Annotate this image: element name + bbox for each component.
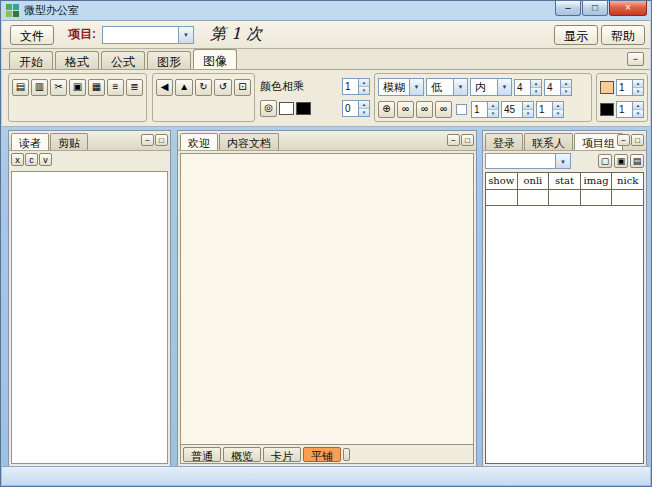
tab-image[interactable]: 图像 <box>193 49 237 69</box>
black-color-swatch-2[interactable] <box>600 103 614 116</box>
multiply-spinner-value[interactable]: 1 <box>343 79 358 94</box>
chevron-down-icon[interactable]: ▼ <box>555 154 570 168</box>
blur-dropdown[interactable]: 模糊 ▼ <box>378 78 424 96</box>
add-node-button[interactable]: ⊕ <box>378 101 395 118</box>
maximize-button[interactable]: □ <box>582 1 608 16</box>
tab-project-group[interactable]: 项目组 <box>574 133 623 150</box>
table-cell[interactable] <box>486 190 518 206</box>
angle-spinner-value[interactable]: 45 <box>502 102 522 117</box>
rotate-ccw-button[interactable]: ↺ <box>214 79 231 96</box>
titlebar[interactable]: 微型办公室 – □ × <box>1 1 651 20</box>
column-header-status[interactable]: stat <box>549 173 581 190</box>
spin-up-icon[interactable]: ▴ <box>553 102 563 110</box>
spin-up-icon[interactable]: ▴ <box>633 102 643 110</box>
peach-color-swatch[interactable] <box>600 81 614 94</box>
reader-list-area[interactable] <box>11 171 168 464</box>
view-tab-card[interactable]: 卡片 <box>263 447 301 462</box>
radius-spinner-value[interactable]: 4 <box>515 80 530 95</box>
bottom-opacity-spinner-value[interactable]: 1 <box>617 102 632 117</box>
tab-login[interactable]: 登录 <box>485 133 523 150</box>
column-header-nick[interactable]: nick <box>612 173 643 190</box>
tab-reader[interactable]: 读者 <box>11 133 49 150</box>
link-button-3[interactable]: ∞ <box>435 101 452 118</box>
collapse-ribbon-button[interactable]: − <box>627 52 644 66</box>
spin-down-icon[interactable]: ▾ <box>488 110 498 117</box>
tab-graphics[interactable]: 图形 <box>147 51 191 69</box>
table-cell[interactable] <box>612 190 643 206</box>
top-opacity-spinner[interactable]: 1 ▴ ▾ <box>616 79 644 96</box>
lines-tool-button[interactable]: ≡ <box>107 79 124 96</box>
minimize-button[interactable]: – <box>555 1 581 16</box>
copy-button[interactable]: ▣ <box>69 79 86 96</box>
panel-maximize-button[interactable]: □ <box>461 134 474 146</box>
offset-spinner[interactable]: 0 ▴ ▾ <box>342 100 370 117</box>
radius-spinner[interactable]: 4 ▴ ▾ <box>514 79 542 96</box>
spin-up-icon[interactable]: ▴ <box>359 79 369 87</box>
table-cell[interactable] <box>581 190 613 206</box>
show-button[interactable]: 显示 <box>554 25 598 45</box>
panel-minimize-button[interactable]: − <box>141 134 154 146</box>
view-tab-normal[interactable]: 普通 <box>183 447 221 462</box>
view-tab-overview[interactable]: 概览 <box>223 447 261 462</box>
cut-shortcut-button[interactable]: x <box>11 153 24 166</box>
chevron-down-icon[interactable]: ▼ <box>453 79 467 95</box>
project-combobox[interactable]: ▼ <box>102 26 194 44</box>
spin-up-icon[interactable]: ▴ <box>359 101 369 109</box>
table-row[interactable] <box>486 190 643 206</box>
black-color-swatch[interactable] <box>296 102 311 115</box>
level-dropdown[interactable]: 低 ▼ <box>426 78 468 96</box>
chevron-down-icon[interactable]: ▼ <box>178 27 193 43</box>
view-tab-tile[interactable]: 平铺 <box>303 447 341 462</box>
new-entry-button[interactable]: ▢ <box>598 154 612 168</box>
spin-down-icon[interactable]: ▾ <box>523 110 533 117</box>
multiply-spinner[interactable]: 1 ▴ ▾ <box>342 78 370 95</box>
save-image-button[interactable]: ▥ <box>31 79 48 96</box>
table-cell[interactable] <box>549 190 581 206</box>
spin-up-icon[interactable]: ▴ <box>488 102 498 110</box>
help-button[interactable]: 帮助 <box>601 25 645 45</box>
column-header-show[interactable]: show <box>486 173 518 190</box>
tab-start[interactable]: 开始 <box>9 51 53 69</box>
panel-minimize-button[interactable]: − <box>447 134 460 146</box>
offset-spinner-value[interactable]: 0 <box>343 101 358 116</box>
copy-shortcut-button[interactable]: c <box>25 153 38 166</box>
flip-horizontal-button[interactable]: ◀ <box>156 79 173 96</box>
flip-vertical-button[interactable]: ▲ <box>175 79 192 96</box>
spin-down-icon[interactable]: ▾ <box>531 88 541 95</box>
crop-button[interactable]: ⊡ <box>234 79 251 96</box>
tab-format[interactable]: 格式 <box>55 51 99 69</box>
paste-shortcut-button[interactable]: v <box>39 153 52 166</box>
link-button-2[interactable]: ∞ <box>416 101 433 118</box>
chevron-down-icon[interactable]: ▼ <box>409 79 423 95</box>
spin-up-icon[interactable]: ▴ <box>523 102 533 110</box>
spin-down-icon[interactable]: ▾ <box>553 110 563 117</box>
column-header-image[interactable]: imag <box>581 173 613 190</box>
file-button[interactable]: 文件 <box>10 25 54 45</box>
tab-content-document[interactable]: 内容文档 <box>219 133 279 150</box>
tab-formula[interactable]: 公式 <box>101 51 145 69</box>
tab-welcome[interactable]: 欢迎 <box>180 133 218 150</box>
paste-button[interactable]: ▦ <box>88 79 105 96</box>
spin-down-icon[interactable]: ▾ <box>633 88 643 95</box>
list-entry-button[interactable]: ▤ <box>630 154 644 168</box>
spin-down-icon[interactable]: ▾ <box>359 109 369 116</box>
bottom-opacity-spinner[interactable]: 1 ▴ ▾ <box>616 101 644 118</box>
chevron-down-icon[interactable]: ▼ <box>497 79 511 95</box>
strength-spinner[interactable]: 1 ▴ ▾ <box>471 101 499 118</box>
spin-up-icon[interactable]: ▴ <box>531 80 541 88</box>
tab-contacts[interactable]: 联系人 <box>524 133 573 150</box>
white-color-swatch[interactable] <box>279 102 294 115</box>
column-header-online[interactable]: onli <box>518 173 550 190</box>
link-button-1[interactable]: ∞ <box>397 101 414 118</box>
strength-spinner-value[interactable]: 1 <box>472 102 487 117</box>
rotate-cw-button[interactable]: ↻ <box>195 79 212 96</box>
cut-button[interactable]: ✂ <box>50 79 67 96</box>
spin-down-icon[interactable]: ▾ <box>633 110 643 117</box>
member-combobox[interactable]: ▼ <box>485 153 571 169</box>
panel-maximize-button[interactable]: □ <box>155 134 168 146</box>
close-button[interactable]: × <box>609 1 647 16</box>
effect-checkbox[interactable] <box>456 104 467 115</box>
angle-spinner[interactable]: 45 ▴ ▾ <box>501 101 534 118</box>
layers-tool-button[interactable]: ≣ <box>126 79 143 96</box>
spin-down-icon[interactable]: ▾ <box>561 88 571 95</box>
